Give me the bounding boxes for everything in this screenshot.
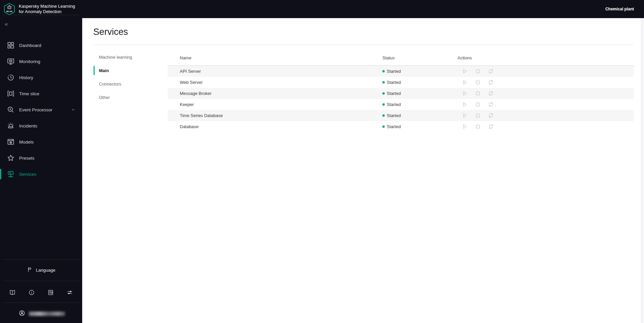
service-name: Keeper <box>168 102 382 107</box>
sidebar-item-time-slice[interactable]: Time slice <box>0 86 82 102</box>
sidebar-item-label: Services <box>19 172 37 177</box>
sidebar-item-monitoring[interactable]: Monitoring <box>0 53 82 69</box>
restart-service-button[interactable] <box>486 100 495 109</box>
book-icon <box>9 289 16 296</box>
dashboard-icon <box>7 41 15 49</box>
restart-icon <box>488 102 494 107</box>
service-status: Started <box>382 91 458 96</box>
flag-icon <box>27 267 33 274</box>
sidebar: MLAD Kaspersky Machine Learning for Anom… <box>0 0 82 323</box>
start-service-button[interactable] <box>460 122 469 131</box>
sidebar-item-label: Time slice <box>19 91 39 96</box>
sliders-button[interactable] <box>63 286 76 299</box>
table-row: Time Series DatabaseStarted <box>168 110 634 121</box>
play-icon <box>462 124 468 129</box>
sidebar-item-presets[interactable]: Presets <box>0 150 82 166</box>
sidebar-item-models[interactable]: Models <box>0 134 82 150</box>
app-title: Kaspersky Machine Learning for Anomaly D… <box>19 3 75 14</box>
stop-service-button[interactable] <box>473 122 482 131</box>
play-icon <box>462 91 468 96</box>
services-category-tabs: Machine learningMainConnectorsOther <box>94 50 156 104</box>
restart-service-button[interactable] <box>486 67 495 76</box>
sliders-icon <box>66 289 73 296</box>
user-avatar-icon <box>18 310 25 318</box>
service-actions <box>458 67 634 76</box>
sidebar-divider <box>3 303 79 303</box>
release-notes-button[interactable] <box>44 286 57 299</box>
service-actions <box>458 111 634 120</box>
status-label: Started <box>387 124 401 129</box>
service-status: Started <box>382 69 458 74</box>
service-actions <box>458 100 634 109</box>
tab-other[interactable]: Other <box>94 91 156 104</box>
service-status: Started <box>382 124 458 129</box>
language-button[interactable]: Language <box>0 265 82 275</box>
tab-machine-learning[interactable]: Machine learning <box>94 50 156 64</box>
book-button[interactable] <box>6 286 19 299</box>
stop-icon <box>475 113 481 118</box>
sidebar-item-event-processor[interactable]: Event Processor <box>0 102 82 118</box>
table-body: API ServerStartedWeb ServerStartedMessag… <box>168 66 634 132</box>
sidebar-item-label: Event Processor <box>19 107 52 112</box>
tab-main[interactable]: Main <box>94 64 156 77</box>
environment-label: Chemical plant <box>605 7 634 11</box>
sidebar-item-dashboard[interactable]: Dashboard <box>0 37 82 53</box>
sidebar-nav: DashboardMonitoringHistoryTime sliceEven… <box>0 37 82 182</box>
stop-icon <box>475 124 481 129</box>
sidebar-item-label: Monitoring <box>19 59 40 64</box>
stop-service-button[interactable] <box>473 67 482 76</box>
status-dot-icon <box>382 125 385 128</box>
restart-service-button[interactable] <box>486 111 495 120</box>
restart-service-button[interactable] <box>486 89 495 98</box>
start-service-button[interactable] <box>460 78 469 87</box>
services-icon <box>7 170 15 178</box>
start-service-button[interactable] <box>460 89 469 98</box>
status-label: Started <box>387 102 401 107</box>
play-icon <box>462 102 468 107</box>
sidebar-item-history[interactable]: History <box>0 69 82 86</box>
service-actions <box>458 89 634 98</box>
tab-connectors[interactable]: Connectors <box>94 77 156 91</box>
sidebar-footer-icons <box>6 286 76 299</box>
sidebar-collapse-button[interactable]: « <box>5 20 14 28</box>
presets-icon <box>7 154 15 162</box>
sidebar-divider <box>3 281 79 281</box>
scrollbar[interactable] <box>641 18 644 323</box>
event-processor-icon <box>7 106 15 114</box>
info-icon <box>28 289 35 296</box>
restart-service-button[interactable] <box>486 78 495 87</box>
stop-service-button[interactable] <box>473 100 482 109</box>
sidebar-item-services[interactable]: Services <box>0 166 82 182</box>
stop-icon <box>475 79 481 85</box>
incidents-icon <box>7 122 15 130</box>
sidebar-item-label: Dashboard <box>19 43 41 48</box>
table-header: Name Status Actions <box>168 50 634 66</box>
stop-service-button[interactable] <box>473 78 482 87</box>
table-row: DatabaseStarted <box>168 121 634 132</box>
stop-service-button[interactable] <box>473 89 482 98</box>
restart-service-button[interactable] <box>486 122 495 131</box>
status-dot-icon <box>382 81 385 84</box>
status-label: Started <box>387 113 401 118</box>
service-name: Database <box>168 124 382 129</box>
restart-icon <box>488 91 494 96</box>
service-actions <box>458 78 634 87</box>
release-notes-icon <box>47 289 54 296</box>
start-service-button[interactable] <box>460 67 469 76</box>
sidebar-item-incidents[interactable]: Incidents <box>0 118 82 134</box>
restart-icon <box>488 124 494 129</box>
info-button[interactable] <box>25 286 38 299</box>
start-service-button[interactable] <box>460 111 469 120</box>
sidebar-divider <box>3 259 79 260</box>
status-dot-icon <box>382 92 385 95</box>
service-name: Time Series Database <box>168 113 382 118</box>
start-service-button[interactable] <box>460 100 469 109</box>
stop-service-button[interactable] <box>473 111 482 120</box>
services-table: Name Status Actions API ServerStartedWeb… <box>168 50 634 132</box>
user-account-button[interactable] <box>0 308 82 320</box>
user-email-redacted <box>29 312 65 316</box>
play-icon <box>462 79 468 85</box>
sidebar-item-label: History <box>19 75 33 80</box>
sidebar-item-label: Presets <box>19 156 35 161</box>
stop-icon <box>475 91 481 96</box>
